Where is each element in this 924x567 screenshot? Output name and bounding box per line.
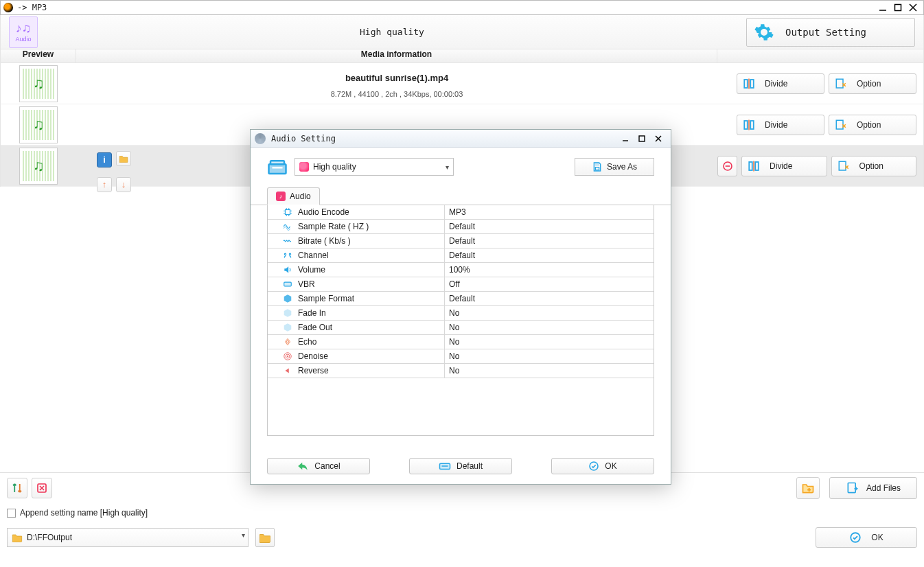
divide-button[interactable]: Divide bbox=[741, 156, 827, 176]
property-value-cell[interactable]: Default bbox=[445, 234, 654, 248]
add-files-button[interactable]: Add Files bbox=[829, 477, 917, 499]
property-value-cell[interactable]: No bbox=[445, 306, 654, 320]
svg-rect-31 bbox=[595, 167, 599, 170]
bottom-panel: Add Files Append setting name [High qual… bbox=[0, 472, 924, 567]
option-label: Option bbox=[857, 120, 881, 130]
media-row[interactable]: ♫beautiful sunrise(1).mp48.72M , 44100 ,… bbox=[1, 63, 923, 104]
audio-tab-label: Audio bbox=[290, 192, 311, 201]
property-icon bbox=[283, 222, 292, 231]
property-value-cell[interactable]: Default bbox=[445, 248, 654, 262]
svg-point-39 bbox=[287, 356, 288, 357]
output-setting-button[interactable]: Output Setting bbox=[746, 18, 915, 47]
svg-rect-9 bbox=[750, 121, 754, 129]
audio-tab-icon: ♪ bbox=[276, 192, 286, 201]
save-as-button[interactable]: Save As bbox=[575, 158, 654, 176]
property-icon bbox=[283, 323, 292, 332]
app-icon bbox=[3, 3, 13, 12]
divide-button[interactable]: Divide bbox=[737, 115, 824, 135]
gear-icon bbox=[754, 22, 774, 43]
dialog-titlebar[interactable]: Audio Setting bbox=[251, 130, 671, 148]
option-button[interactable]: Option bbox=[829, 115, 916, 135]
svg-rect-14 bbox=[749, 162, 752, 170]
property-row[interactable]: Bitrate ( Kb/s )Default bbox=[268, 234, 654, 248]
divide-icon bbox=[748, 160, 760, 172]
row-actions: DivideOption bbox=[717, 156, 923, 176]
tab-audio[interactable]: ♪ Audio bbox=[267, 187, 320, 205]
property-row[interactable]: ReverseNo bbox=[268, 364, 654, 378]
option-button[interactable]: Option bbox=[829, 73, 916, 94]
append-setting-checkbox[interactable] bbox=[7, 509, 16, 518]
property-value-cell[interactable]: No bbox=[445, 321, 654, 334]
property-value-cell[interactable]: Default bbox=[445, 220, 654, 233]
move-up-button[interactable]: ↑ bbox=[97, 177, 112, 192]
info-button[interactable]: i bbox=[97, 152, 112, 167]
preset-combo[interactable]: High quality ▾ bbox=[294, 158, 454, 176]
row-hover-tools: i↑↓ bbox=[97, 151, 135, 192]
open-folder-button[interactable] bbox=[255, 528, 275, 547]
property-value-cell[interactable]: Off bbox=[445, 277, 654, 291]
move-down-button[interactable]: ↓ bbox=[116, 177, 131, 192]
property-label-cell: Sample Format bbox=[268, 292, 445, 305]
property-value-cell[interactable]: MP3 bbox=[445, 205, 654, 219]
property-row[interactable]: Fade OutNo bbox=[268, 321, 654, 335]
row-actions: DivideOption bbox=[717, 73, 923, 94]
property-icon bbox=[283, 366, 292, 375]
preset-title: High quality bbox=[38, 27, 746, 37]
start-button[interactable]: OK bbox=[816, 527, 917, 548]
property-row[interactable]: ChannelDefault bbox=[268, 248, 654, 263]
swap-button[interactable] bbox=[7, 478, 27, 498]
svg-rect-28 bbox=[270, 161, 284, 164]
property-value-cell[interactable]: 100% bbox=[445, 263, 654, 277]
svg-rect-21 bbox=[848, 483, 855, 493]
property-value-cell[interactable]: No bbox=[445, 349, 654, 363]
media-details: 8.72M , 44100 , 2ch , 34Kbps, 00:00:03 bbox=[76, 90, 717, 98]
property-value-cell[interactable]: No bbox=[445, 364, 654, 378]
svg-point-34 bbox=[289, 253, 290, 255]
dialog-close-button[interactable] bbox=[650, 132, 667, 145]
dialog-icon bbox=[255, 133, 266, 144]
remove-row-button[interactable] bbox=[717, 156, 737, 176]
property-row[interactable]: EchoNo bbox=[268, 335, 654, 349]
property-label: Channel bbox=[298, 251, 329, 260]
dialog-toolbar: High quality ▾ Save As bbox=[251, 148, 671, 186]
dialog-minimize-button[interactable] bbox=[617, 132, 634, 145]
property-value: No bbox=[449, 351, 459, 361]
music-notes-icon: ♫ bbox=[33, 157, 45, 175]
property-label-cell: Fade In bbox=[268, 306, 445, 320]
svg-rect-35 bbox=[284, 282, 292, 286]
open-source-folder-button[interactable] bbox=[116, 151, 131, 166]
dialog-maximize-button[interactable] bbox=[634, 132, 650, 145]
property-icon bbox=[283, 207, 292, 217]
divide-button[interactable]: Divide bbox=[737, 73, 824, 94]
property-value-cell[interactable]: No bbox=[445, 335, 654, 349]
property-value: No bbox=[449, 366, 459, 375]
default-button[interactable]: Default bbox=[409, 458, 512, 474]
cancel-button[interactable]: Cancel bbox=[267, 458, 370, 474]
property-row[interactable]: Audio EncodeMP3 bbox=[268, 205, 654, 220]
add-folder-button[interactable] bbox=[796, 477, 820, 499]
maximize-button[interactable] bbox=[890, 1, 905, 14]
dialog-ok-button[interactable]: OK bbox=[551, 458, 654, 474]
property-row[interactable]: Fade InNo bbox=[268, 306, 654, 321]
close-button[interactable] bbox=[905, 1, 921, 14]
dialog-title: Audio Setting bbox=[271, 134, 617, 143]
property-row[interactable]: Volume100% bbox=[268, 263, 654, 277]
minimize-button[interactable] bbox=[875, 1, 890, 14]
divide-icon bbox=[743, 119, 755, 131]
floppy-icon bbox=[592, 161, 603, 172]
property-row[interactable]: Sample FormatDefault bbox=[268, 292, 654, 306]
property-row[interactable]: Sample Rate ( HZ )Default bbox=[268, 220, 654, 234]
media-filename: beautiful sunrise(1).mp4 bbox=[76, 73, 717, 83]
chevron-down-icon: ▾ bbox=[242, 531, 245, 539]
list-header: Preview Media information bbox=[0, 49, 924, 63]
property-row[interactable]: VBROff bbox=[268, 277, 654, 292]
option-button[interactable]: Option bbox=[831, 156, 916, 176]
header-preview: Preview bbox=[1, 49, 76, 62]
svg-rect-5 bbox=[750, 80, 754, 88]
audio-format-badge[interactable]: ♪♫ Audio bbox=[9, 16, 38, 48]
property-value-cell[interactable]: Default bbox=[445, 292, 654, 305]
clear-list-button[interactable] bbox=[32, 478, 52, 498]
property-row[interactable]: DenoiseNo bbox=[268, 349, 654, 364]
output-path-combo[interactable]: D:\FFOutput ▾ bbox=[7, 528, 249, 547]
svg-rect-27 bbox=[269, 164, 286, 174]
